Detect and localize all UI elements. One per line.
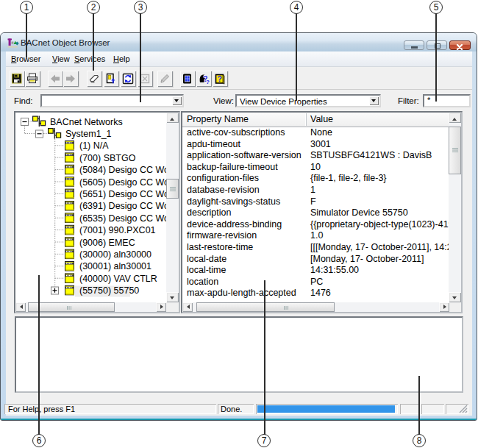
svg-text:(5084) Desigo CC Wor: (5084) Desigo CC Wor: [79, 165, 166, 175]
svg-text:BACnet Networks: BACnet Networks: [50, 117, 123, 127]
svg-text:(700) SBTGO: (700) SBTGO: [79, 153, 136, 163]
svg-text:?: ?: [206, 79, 210, 85]
svg-text:(6391) Desigo CC Wor: (6391) Desigo CC Wor: [79, 201, 166, 211]
svg-text:(7001) 990.PXC01: (7001) 990.PXC01: [79, 225, 156, 235]
svg-text:(5651) Desigo CC Wor: (5651) Desigo CC Wor: [79, 189, 166, 199]
svg-text:?: ?: [218, 74, 222, 83]
svg-text:(5605) Desigo CC Wor: (5605) Desigo CC Wor: [79, 177, 166, 188]
svg-text:(55750) 55750: (55750) 55750: [79, 285, 139, 296]
svg-text:(40000) VAV CTLR: (40000) VAV CTLR: [79, 274, 157, 284]
svg-text:(1) N/A: (1) N/A: [79, 141, 109, 151]
svg-text:(9006) EMEC: (9006) EMEC: [79, 238, 135, 248]
svg-text:(6535) Desigo CC Wor: (6535) Desigo CC Wor: [79, 213, 166, 224]
svg-text:(30001) aln30001: (30001) aln30001: [79, 261, 151, 271]
svg-text:System1_1: System1_1: [65, 129, 112, 139]
svg-text:(30000) aln30000: (30000) aln30000: [79, 249, 151, 260]
